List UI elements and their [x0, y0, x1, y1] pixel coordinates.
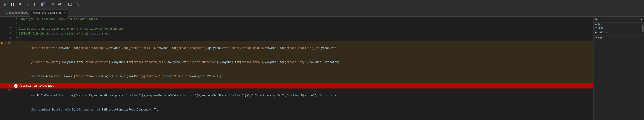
- code-line-10-cont: 10 ("react.provider"),u=Symbol.for("reac…: [0, 55, 593, 69]
- watch-panel-header: Watc ▲: [594, 17, 644, 23]
- line-arrow-10: ▶: [0, 41, 4, 45]
- code-line-11: 11 var B={isMounted:function(){return!1}…: [0, 89, 593, 103]
- main-section-arrow: →: [640, 36, 642, 39]
- svg-marker-16: [58, 4, 59, 5]
- code-line-9: 9 */: [0, 36, 593, 41]
- tab-bar: localhost:8000 react.pr...n.min.js ×: [0, 9, 644, 17]
- svg-marker-6: [26, 5, 28, 6]
- line-num-8: 8: [4, 31, 14, 35]
- svg-marker-0: [4, 3, 6, 6]
- pause-exceptions-button[interactable]: ⏸: [39, 2, 45, 8]
- breakpoints-button[interactable]: [49, 2, 56, 8]
- code-line-10: ▶ 10 'use strict';var l=Symbol.for("reac…: [0, 41, 593, 55]
- line-code-11c: this.context=b;this.refs=D;this.updater=…: [14, 103, 593, 117]
- line-code-11: var B={isMounted:function(){return!1},en…: [14, 89, 593, 103]
- line-code-6: *: [14, 22, 593, 26]
- inspect-element-button[interactable]: [67, 2, 73, 8]
- error-icon: ✕: [14, 84, 18, 88]
- line-num-7: 7: [4, 26, 14, 30]
- code-content: 5 * Copyright (c) Facebook, Inc. and its…: [0, 17, 593, 120]
- responsive-button[interactable]: [74, 2, 81, 8]
- watch-item-label-1: {e: [598, 23, 601, 26]
- svg-rect-11: [40, 3, 42, 6]
- play-button[interactable]: [2, 2, 8, 8]
- svg-rect-1: [11, 3, 12, 6]
- call-stack-triangle: ▶: [595, 31, 597, 34]
- call-stack-label: Call s: [598, 31, 607, 34]
- file-tab[interactable]: react.pr...n.min.js ×: [30, 9, 68, 17]
- svg-line-14: [52, 4, 53, 5]
- step-over-button[interactable]: [16, 2, 23, 8]
- line-code-9: */: [14, 36, 593, 41]
- source-label: localhost:8000: [7, 12, 28, 14]
- svg-rect-19: [76, 3, 78, 6]
- watch-scrollbar[interactable]: [641, 23, 644, 30]
- main-section-triangle: ▼: [595, 36, 597, 39]
- watch-header-label: Watc: [595, 18, 601, 21]
- error-banner: ✕ 'Symbol' is undefined: [0, 83, 593, 89]
- debugger-toolbar: ⏸: [0, 0, 644, 9]
- watch-scrollbar-thumb: [642, 25, 644, 32]
- watch-expand-2: ▼: [595, 27, 597, 29]
- watch-item-label-2: [Loc: [598, 27, 604, 29]
- line-num-10: 10: [4, 41, 14, 44]
- watch-item-2[interactable]: ▼ [Loc: [594, 26, 641, 30]
- line-code-8: * LICENSE file in the root directory of …: [14, 31, 593, 36]
- code-panel: 5 * Copyright (c) Facebook, Inc. and its…: [0, 17, 593, 120]
- step-back-button[interactable]: [56, 2, 63, 8]
- line-num-5: 5: [4, 17, 14, 20]
- watch-panel: Watc ▲ ▶ {e ▼ [Loc: [593, 17, 644, 120]
- watch-scroll-up[interactable]: ▲: [640, 18, 642, 21]
- line-code-7: * This source code is licensed under the…: [14, 26, 593, 31]
- line-code-10c2: function A(a){if(null===a||"object"!==ty…: [14, 69, 593, 83]
- line-num-10c: 10: [4, 55, 14, 58]
- code-line-11-cont: 11 this.context=b;this.refs=D;this.updat…: [0, 103, 593, 117]
- step-out-button[interactable]: [31, 2, 38, 8]
- toolbar-divider-2: [65, 2, 65, 7]
- line-num-6: 6: [4, 22, 14, 25]
- toolbar-divider-1: [47, 2, 47, 7]
- code-line-7: 7 * This source code is licensed under t…: [0, 26, 593, 31]
- watch-expand-1: ▶: [595, 23, 597, 26]
- call-stack-section[interactable]: ▶ Call s →: [594, 30, 644, 35]
- svg-marker-4: [21, 4, 22, 5]
- line-code-10: 'use strict';var l=Symbol.for("react.ele…: [14, 41, 593, 55]
- line-num-9: 9: [4, 36, 14, 40]
- svg-marker-9: [34, 3, 36, 5]
- svg-rect-21: [4, 12, 6, 14]
- code-line-6: 6 *: [0, 22, 593, 26]
- file-tab-label: react.pr...n.min.js: [32, 12, 61, 14]
- main-section[interactable]: ▼ Mai →: [594, 35, 644, 40]
- error-text: 'Symbol' is undefined: [20, 84, 54, 88]
- line-code-10c: ("react.provider"),u=Symbol.for("react.c…: [14, 55, 593, 69]
- source-selector[interactable]: localhost:8000: [2, 11, 30, 15]
- main-section-label: Mai: [598, 36, 602, 39]
- step-into-button[interactable]: [24, 2, 30, 8]
- code-line-5: 5 * Copyright (c) Facebook, Inc. and its…: [0, 17, 593, 22]
- line-num-10c2: 10: [4, 69, 14, 73]
- line-num-11: 11: [4, 89, 14, 92]
- pause-button[interactable]: [9, 2, 16, 8]
- code-line-8: 8 * LICENSE file in the root directory o…: [0, 31, 593, 36]
- watch-item-1[interactable]: ▶ {e: [594, 23, 641, 26]
- svg-rect-2: [13, 3, 14, 6]
- line-code-5: * Copyright (c) Facebook, Inc. and its a…: [14, 17, 593, 22]
- tab-close-button[interactable]: ×: [63, 12, 66, 15]
- svg-rect-17: [68, 3, 72, 5]
- code-line-10-cont2: 10 function A(a){if(null===a||"object"!=…: [0, 69, 593, 83]
- line-num-11c: 11: [4, 103, 14, 106]
- main-area: 5 * Copyright (c) Facebook, Inc. and its…: [0, 17, 644, 120]
